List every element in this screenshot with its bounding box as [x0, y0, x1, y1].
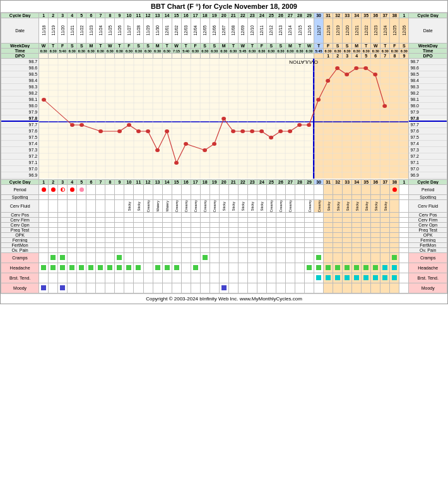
- headache-indicator: [60, 265, 65, 270]
- headache-indicator: [165, 265, 170, 270]
- brst-tend-indicator: [335, 275, 340, 280]
- brst-tend-indicator: [373, 275, 378, 280]
- headache-indicator: [316, 265, 321, 270]
- weekday-label-right: WeekDay: [409, 44, 447, 49]
- period-dot: [80, 187, 84, 192]
- headache-indicator: [69, 265, 74, 270]
- chart-container: BBT Chart (F °) for Cycle November 18, 2…: [0, 0, 448, 304]
- svg-point-90: [382, 104, 387, 108]
- cramps-indicator: [203, 255, 208, 260]
- svg-point-69: [174, 161, 179, 165]
- brst-tend-label-right: Brst. Tend.: [409, 273, 447, 283]
- period-row: Period: [1, 185, 447, 195]
- brst-tend-label: Brst. Tend.: [1, 273, 39, 283]
- cerv-fluid-row: Cerv Fluid Sticky Sticky Creamy Watery W…: [1, 200, 447, 213]
- cerv-firm-label: Cerv Firm: [1, 218, 39, 223]
- headache-indicator: [193, 265, 198, 270]
- brst-tend-indicator: [316, 275, 321, 280]
- svg-point-88: [363, 66, 368, 70]
- svg-point-75: [240, 129, 245, 133]
- svg-point-71: [203, 148, 207, 152]
- cramps-indicator: [316, 255, 321, 260]
- svg-point-74: [231, 129, 235, 133]
- cramps-label: Cramps: [1, 253, 39, 263]
- time-label: Time: [1, 49, 39, 54]
- headache-indicator: [335, 265, 340, 270]
- period-dot: [70, 187, 74, 192]
- temperature-chart-row: 98.7 98.6 98.5 98.4 98.3 98.2 98.1 98.0 …: [1, 59, 447, 180]
- period-dot: [42, 187, 46, 192]
- svg-point-84: [326, 79, 330, 83]
- svg-point-80: [288, 129, 292, 133]
- ov-pain-row: Ov. Pain Ov. Pain: [1, 248, 447, 253]
- period-dot: [392, 187, 397, 192]
- weekday-label: WeekDay: [1, 44, 39, 49]
- date-label: Date: [1, 18, 39, 44]
- preg-test-label: Preg Test: [1, 228, 39, 233]
- spotting-label-right: Spotting: [409, 195, 447, 200]
- headache-indicator: [373, 265, 378, 270]
- headache-indicator: [107, 265, 112, 270]
- svg-point-67: [155, 148, 160, 152]
- svg-point-79: [278, 129, 283, 133]
- headache-indicator: [98, 265, 103, 270]
- svg-point-83: [316, 98, 321, 102]
- cerv-opn-row: Cerv Opn Cerv Opn: [1, 223, 447, 228]
- svg-text:OVULATION: OVULATION: [289, 59, 318, 64]
- headache-indicator: [345, 265, 350, 270]
- svg-point-73: [221, 117, 226, 121]
- headache-indicator: [41, 265, 46, 270]
- svg-point-85: [335, 66, 339, 70]
- moody-label-right: Moody: [409, 283, 447, 293]
- spotting-label: Spotting: [1, 195, 39, 200]
- svg-point-78: [269, 136, 273, 139]
- svg-rect-0: [39, 59, 314, 179]
- period-label-right: Period: [409, 185, 447, 195]
- main-chart-table: Cycle Day 1 2 3 4 5 6 7 8 9 10 11 12 13 …: [1, 13, 447, 293]
- svg-point-81: [297, 123, 302, 127]
- cycle-day-label: Cycle Day: [1, 13, 39, 18]
- brst-tend-indicator: [392, 275, 397, 280]
- chart-footer: Copyright © 2003-2024 bInfinity Web Inc.…: [1, 293, 447, 304]
- cramps-indicator: [50, 255, 56, 260]
- date-label-right: Date: [409, 18, 447, 44]
- time-row: Time 6:30 6:30 5:40 6:30 6:30 6:30 6:30 …: [1, 49, 447, 54]
- opk-label-right: OPK: [409, 233, 447, 238]
- brst-tend-row: Brst. Tend. Brst. Tend.: [1, 273, 447, 283]
- headache-indicator: [88, 265, 93, 270]
- ov-pain-label-right: Ov. Pain: [409, 248, 447, 253]
- svg-point-60: [70, 123, 74, 127]
- svg-point-82: [307, 123, 311, 127]
- headache-indicator: [307, 265, 312, 270]
- svg-point-70: [184, 142, 188, 146]
- headache-indicator: [155, 265, 160, 270]
- moody-indicator: [221, 285, 227, 290]
- svg-point-59: [42, 98, 46, 102]
- opk-row: OPK OPK: [1, 233, 447, 238]
- cycle-day-bottom-label-right: Cycle Day: [409, 180, 447, 185]
- ov-pain-label: Ov. Pain: [1, 248, 39, 253]
- brst-tend-indicator: [363, 275, 368, 280]
- ferning-row: Ferning Ferning: [1, 238, 447, 243]
- svg-point-66: [146, 129, 150, 133]
- cramps-indicator: [60, 255, 65, 260]
- headache-indicator: [326, 265, 331, 270]
- cycle-day-label-right: Cycle Day: [409, 13, 447, 18]
- period-label: Period: [1, 185, 39, 195]
- brst-tend-indicator: [326, 275, 331, 280]
- dpo-label-right: DPO: [409, 54, 447, 59]
- brst-tend-indicator: [382, 275, 387, 280]
- headache-label-right: Headache: [409, 263, 447, 273]
- svg-point-72: [212, 142, 216, 146]
- svg-point-61: [80, 123, 84, 127]
- headache-indicator: [79, 265, 84, 270]
- svg-point-62: [98, 129, 103, 133]
- weekday-row: WeekDay W T F S S M T W T F S S M T W T …: [1, 44, 447, 49]
- moody-label: Moody: [1, 283, 39, 293]
- fertmon-row: FertMon FertMon: [1, 243, 447, 248]
- svg-point-89: [373, 73, 377, 76]
- cerv-pos-row: Cerv Pos Cerv Pos: [1, 213, 447, 218]
- headache-indicator: [382, 265, 387, 270]
- cramps-row: Cramps Cramp: [1, 253, 447, 263]
- cerv-fluid-label: Cerv Fluid: [1, 200, 39, 213]
